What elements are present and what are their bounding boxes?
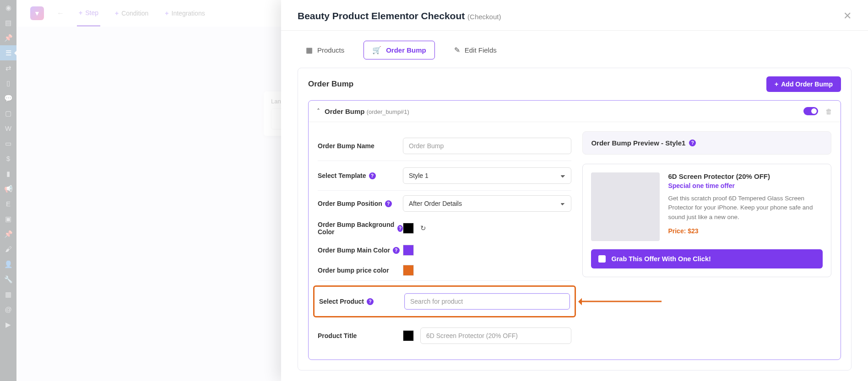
order-bump-preview: Order Bump Preview - Style1 ? 6D Screen … [582, 131, 831, 350]
preview-product-title: 6D Screen Protector (20% OFF) [668, 172, 823, 180]
select-product-highlight: Select Product? [313, 285, 576, 317]
help-icon[interactable]: ? [397, 225, 403, 232]
order-bump-panel: ˄ Order Bump (order_bump#1) 🗑 Order Bump… [308, 100, 841, 360]
order-bump-card: Order Bump +Add Order Bump ˄ Order Bump … [298, 68, 852, 370]
label-maincolor: Order Bump Main Color? [318, 247, 403, 254]
help-icon[interactable]: ? [369, 172, 376, 179]
position-select[interactable]: After Order Details [403, 195, 571, 212]
label-bgcolor: Order Bump Background Color? [318, 221, 403, 236]
name-input[interactable] [403, 138, 571, 154]
grab-checkbox[interactable] [598, 255, 606, 263]
annotation-arrow [579, 301, 662, 302]
panel-title: Order Bump (order_bump#1) [325, 107, 409, 115]
label-name: Order Bump Name [318, 142, 403, 150]
help-icon[interactable]: ? [393, 247, 400, 254]
grid-icon: ▦ [306, 46, 313, 54]
help-icon[interactable]: ? [367, 298, 374, 305]
trash-icon[interactable]: 🗑 [825, 107, 832, 115]
tab-products[interactable]: ▦Products [298, 41, 353, 59]
order-bump-form: Order Bump Name Select Template? Style 1… [318, 131, 571, 350]
label-product-title: Product Title [318, 332, 403, 339]
pricecolor-swatch[interactable] [403, 265, 414, 276]
drawer-title: Beauty Product Elementor Checkout (Check… [298, 11, 501, 21]
grab-label: Grab This Offer With One Click! [611, 255, 711, 263]
chevron-up-icon[interactable]: ˄ [317, 107, 320, 115]
tab-edit-fields[interactable]: ✎Edit Fields [446, 41, 505, 59]
plus-icon: + [775, 80, 778, 88]
preview-price: Price: $23 [668, 227, 823, 235]
preview-offer-text: Special one time offer [668, 182, 823, 189]
label-position: Order Bump Position? [318, 200, 403, 207]
label-template: Select Template? [318, 172, 403, 179]
reset-icon[interactable]: ↻ [420, 224, 426, 232]
enable-toggle[interactable] [803, 107, 818, 115]
maincolor-swatch[interactable] [403, 245, 414, 256]
help-icon[interactable]: ? [689, 140, 696, 146]
close-icon[interactable]: ✕ [843, 10, 852, 22]
bgcolor-swatch[interactable] [403, 223, 414, 234]
preview-title: Order Bump Preview - Style1 [591, 139, 685, 147]
preview-image [591, 172, 660, 241]
preview-description: Get this scratch proof 6D Tempered Glass… [668, 194, 823, 222]
pencil-icon: ✎ [454, 46, 460, 54]
product-title-input[interactable] [420, 327, 571, 344]
drawer-header: Beauty Product Elementor Checkout (Check… [281, 0, 868, 31]
add-order-bump-button[interactable]: +Add Order Bump [766, 76, 841, 92]
template-select[interactable]: Style 1 [403, 167, 571, 184]
settings-tabs: ▦Products 🛒Order Bump ✎Edit Fields [281, 31, 868, 68]
label-pricecolor: Order bump price color [318, 267, 403, 274]
preview-grab-bar[interactable]: Grab This Offer With One Click! [591, 249, 823, 268]
select-product-input[interactable] [404, 293, 570, 310]
help-icon[interactable]: ? [385, 200, 392, 207]
checkout-settings-drawer: Beauty Product Elementor Checkout (Check… [281, 0, 868, 381]
product-title-color-swatch[interactable] [403, 330, 414, 341]
cart-icon: 🛒 [372, 46, 381, 54]
card-title: Order Bump [308, 80, 353, 89]
tab-order-bump[interactable]: 🛒Order Bump [363, 41, 435, 59]
label-select-product: Select Product? [319, 298, 404, 305]
